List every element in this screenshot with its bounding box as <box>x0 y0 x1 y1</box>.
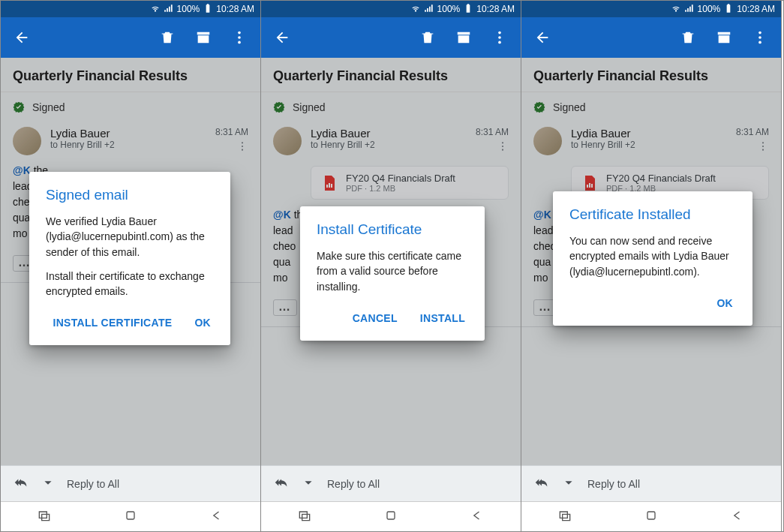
battery-icon <box>723 3 734 16</box>
dialog-body-1: Make sure this certificate came from a v… <box>317 248 468 294</box>
reply-bar[interactable]: Reply to All <box>521 465 781 501</box>
battery-icon <box>203 3 213 16</box>
nav-back-icon[interactable] <box>470 508 485 526</box>
archive-button[interactable] <box>710 24 737 51</box>
dialog-actions: INSTALL CERTIFICATEOK <box>46 308 214 338</box>
archive-button[interactable] <box>450 24 477 51</box>
svg-rect-20 <box>647 512 655 519</box>
svg-point-0 <box>238 32 241 35</box>
signal-icon <box>164 3 174 16</box>
android-navbar <box>521 501 781 531</box>
reply-all-icon <box>13 474 29 493</box>
battery-icon <box>463 3 473 16</box>
svg-rect-6 <box>127 512 134 519</box>
svg-point-14 <box>758 32 761 35</box>
battery-pct: 100% <box>177 4 200 14</box>
svg-point-2 <box>238 41 241 44</box>
android-navbar <box>261 501 521 531</box>
nav-recent-icon[interactable] <box>557 508 572 526</box>
nav-back-icon[interactable] <box>730 508 745 526</box>
dialog-action-1[interactable]: OK <box>191 312 214 333</box>
dialog-action-0[interactable]: CANCEL <box>350 308 401 329</box>
delete-button[interactable] <box>154 24 181 51</box>
dropdown-icon[interactable] <box>40 474 56 493</box>
phone-panel-1: 100% 10:28 AM Quarterly Financial Result… <box>1 1 261 531</box>
reply-all-icon <box>533 474 550 493</box>
app-bar <box>261 17 521 58</box>
nav-home-icon[interactable] <box>123 508 138 526</box>
clock: 10:28 AM <box>737 4 775 14</box>
phone-panel-3: 100% 10:28 AM Quarterly Financial Result… <box>521 1 782 531</box>
svg-rect-13 <box>387 512 395 519</box>
reply-bar[interactable]: Reply to All <box>1 465 260 501</box>
reply-label: Reply to All <box>67 478 119 490</box>
status-bar: 100% 10:28 AM <box>521 1 781 17</box>
dialog-action-1[interactable]: INSTALL <box>417 308 468 329</box>
dropdown-icon[interactable] <box>300 474 317 493</box>
wifi-icon <box>410 3 421 16</box>
svg-point-9 <box>498 41 501 44</box>
nav-recent-icon[interactable] <box>37 508 52 526</box>
wifi-icon <box>671 3 681 16</box>
svg-point-15 <box>758 36 761 39</box>
archive-button[interactable] <box>190 24 217 51</box>
dropdown-icon[interactable] <box>560 474 577 493</box>
dialog: Certificate Installed You can now send a… <box>553 191 752 326</box>
svg-point-1 <box>238 36 241 39</box>
status-bar: 100% 10:28 AM <box>261 1 521 17</box>
svg-point-16 <box>758 41 761 44</box>
android-navbar <box>1 501 260 531</box>
wifi-icon <box>150 3 161 16</box>
reply-label: Reply to All <box>327 478 380 490</box>
svg-point-7 <box>498 32 501 35</box>
reply-all-icon <box>273 474 290 493</box>
dialog: Install Certificate Make sure this certi… <box>300 206 485 341</box>
back-button[interactable] <box>8 24 35 51</box>
phone-panel-2: 100% 10:28 AM Quarterly Financial Result… <box>261 1 521 531</box>
overflow-button[interactable] <box>746 24 773 51</box>
dialog-title: Signed email <box>46 187 214 203</box>
dialog-body-1: You can now send and receive encrypted e… <box>569 233 736 279</box>
dialog-body-2: Install their certificate to exchange en… <box>46 269 214 299</box>
status-bar: 100% 10:28 AM <box>1 1 260 17</box>
delete-button[interactable] <box>414 24 441 51</box>
clock: 10:28 AM <box>216 4 254 14</box>
dialog-title: Install Certificate <box>317 221 468 238</box>
overflow-button[interactable] <box>226 24 253 51</box>
clock: 10:28 AM <box>476 4 515 14</box>
nav-back-icon[interactable] <box>209 508 224 526</box>
battery-pct: 100% <box>698 4 721 14</box>
dialog-action-0[interactable]: INSTALL CERTIFICATE <box>50 312 175 333</box>
app-bar <box>521 17 781 58</box>
dialog-actions: OK <box>569 288 736 318</box>
dialog-body-1: We verified Lydia Bauer (lydia@lucernepu… <box>46 214 214 260</box>
reply-bar[interactable]: Reply to All <box>261 465 521 501</box>
nav-home-icon[interactable] <box>644 508 659 526</box>
reply-label: Reply to All <box>587 478 640 490</box>
dialog-actions: CANCELINSTALL <box>317 303 468 333</box>
svg-point-8 <box>498 36 501 39</box>
dialog-title: Certificate Installed <box>569 206 736 223</box>
nav-recent-icon[interactable] <box>297 508 312 526</box>
back-button[interactable] <box>269 24 296 51</box>
signal-icon <box>684 3 695 16</box>
signal-icon <box>424 3 434 16</box>
dialog-action-0[interactable]: OK <box>713 293 736 314</box>
dialog: Signed email We verified Lydia Bauer (ly… <box>29 172 230 345</box>
nav-home-icon[interactable] <box>383 508 398 526</box>
app-bar <box>1 17 260 58</box>
battery-pct: 100% <box>437 4 461 14</box>
back-button[interactable] <box>529 24 556 51</box>
overflow-button[interactable] <box>486 24 513 51</box>
delete-button[interactable] <box>674 24 701 51</box>
